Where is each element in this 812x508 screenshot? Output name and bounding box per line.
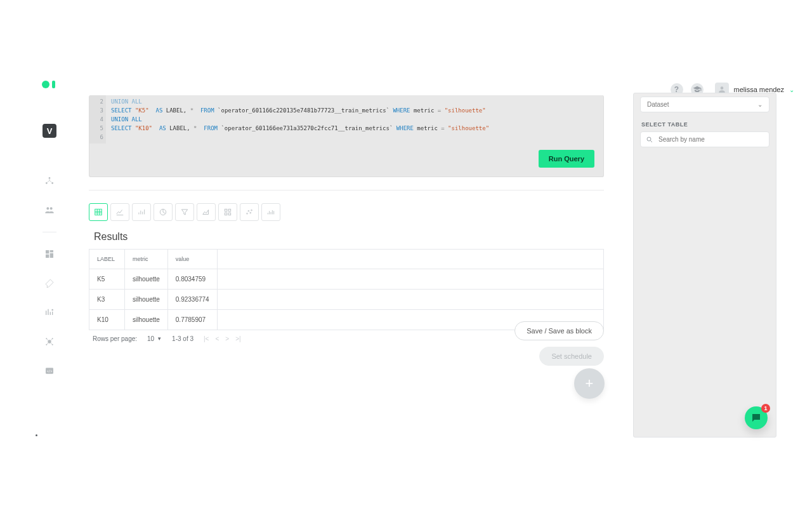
svg-rect-3	[46, 250, 49, 253]
page-range: 1-3 of 3	[172, 335, 193, 342]
chat-badge: 1	[761, 404, 770, 413]
table-header: LABEL	[89, 250, 125, 269]
run-query-button[interactable]: Run Query	[539, 150, 594, 168]
svg-text:</>: </>	[47, 370, 53, 373]
sql-editor[interactable]: 23456 UNION ALLSELECT "K5" AS LABEL, * F…	[89, 95, 604, 177]
svg-point-2	[51, 182, 53, 184]
chat-icon	[750, 412, 762, 424]
svg-point-21	[247, 213, 248, 214]
view-funnel-icon[interactable]	[175, 203, 194, 221]
view-area-icon[interactable]	[197, 203, 216, 221]
rail-dashboard-icon[interactable]	[41, 245, 58, 263]
svg-rect-19	[225, 213, 227, 215]
view-grid-icon[interactable]	[218, 203, 237, 221]
chat-button[interactable]: 1	[745, 406, 768, 429]
svg-rect-5	[50, 253, 53, 258]
view-histogram-icon[interactable]	[261, 203, 280, 221]
add-fab[interactable]: +	[574, 368, 605, 399]
search-icon	[646, 136, 653, 144]
rows-per-page-select[interactable]: 10 ▼	[147, 335, 162, 342]
view-pie-icon[interactable]	[154, 203, 173, 221]
save-button[interactable]: Save / Save as block	[514, 321, 604, 340]
svg-rect-4	[50, 250, 53, 252]
dataset-select[interactable]: Dataset ⌄	[640, 97, 769, 112]
set-schedule-button: Set schedule	[539, 347, 604, 366]
page-first-icon[interactable]: |<	[204, 335, 209, 342]
view-scatter-icon[interactable]	[240, 203, 259, 221]
table-header: value	[167, 250, 217, 269]
svg-rect-6	[46, 255, 49, 258]
code-gutter: 23456	[89, 95, 106, 144]
svg-point-7	[51, 309, 53, 311]
results-title: Results	[94, 231, 604, 243]
chevron-down-icon: ⌄	[757, 101, 763, 108]
svg-rect-15	[95, 209, 102, 215]
view-bar-icon[interactable]	[132, 203, 151, 221]
rail-deploy-icon[interactable]	[41, 274, 58, 292]
page-prev-icon[interactable]: <	[215, 335, 219, 342]
page-next-icon[interactable]: >	[225, 335, 229, 342]
table-header-row: LABELmetricvalue	[89, 250, 604, 269]
svg-rect-18	[228, 209, 231, 211]
svg-point-8	[48, 340, 51, 343]
rail-metrics-icon[interactable]	[41, 304, 58, 321]
svg-point-0	[49, 177, 51, 179]
svg-point-23	[250, 212, 251, 213]
rail-flow-icon[interactable]	[41, 172, 58, 190]
cursor-dot	[36, 434, 37, 436]
logo	[42, 81, 55, 88]
rows-per-page-label: Rows per page:	[93, 335, 137, 342]
view-table-icon[interactable]	[89, 203, 108, 221]
svg-rect-17	[225, 209, 227, 211]
rail-project[interactable]: V	[43, 124, 56, 138]
table-header: metric	[125, 250, 168, 269]
rail-people-icon[interactable]	[41, 201, 58, 219]
chevron-down-icon: ⌄	[789, 86, 794, 93]
svg-rect-20	[228, 213, 231, 215]
rail-model-icon[interactable]	[41, 333, 58, 351]
left-rail: V </>	[38, 124, 61, 380]
table-search[interactable]	[640, 131, 769, 147]
divider	[89, 190, 604, 190]
side-panel: Dataset ⌄ SELECT TABLE	[633, 93, 776, 438]
svg-point-25	[647, 137, 651, 141]
svg-point-1	[46, 182, 48, 184]
table-row[interactable]: K5silhouette0.8034759	[89, 269, 604, 290]
viewbar	[89, 203, 604, 221]
svg-point-22	[248, 210, 249, 211]
table-row[interactable]: K3silhouette0.92336774	[89, 290, 604, 310]
rail-sql-icon[interactable]: </>	[41, 362, 58, 380]
search-input[interactable]	[657, 135, 764, 144]
main-content: 23456 UNION ALLSELECT "K5" AS LABEL, * F…	[89, 95, 604, 342]
app-header: ? melissa mendez ⌄	[0, 0, 812, 102]
chevron-down-icon: ▼	[157, 336, 162, 342]
code-lines[interactable]: UNION ALLSELECT "K5" AS LABEL, * FROM `o…	[106, 95, 603, 135]
results-table: LABELmetricvalue K5silhouette0.8034759K3…	[89, 249, 604, 330]
page-last-icon[interactable]: >|	[235, 335, 240, 342]
svg-point-24	[251, 210, 252, 211]
select-table-label: SELECT TABLE	[641, 121, 768, 128]
view-line-icon[interactable]	[110, 203, 129, 221]
